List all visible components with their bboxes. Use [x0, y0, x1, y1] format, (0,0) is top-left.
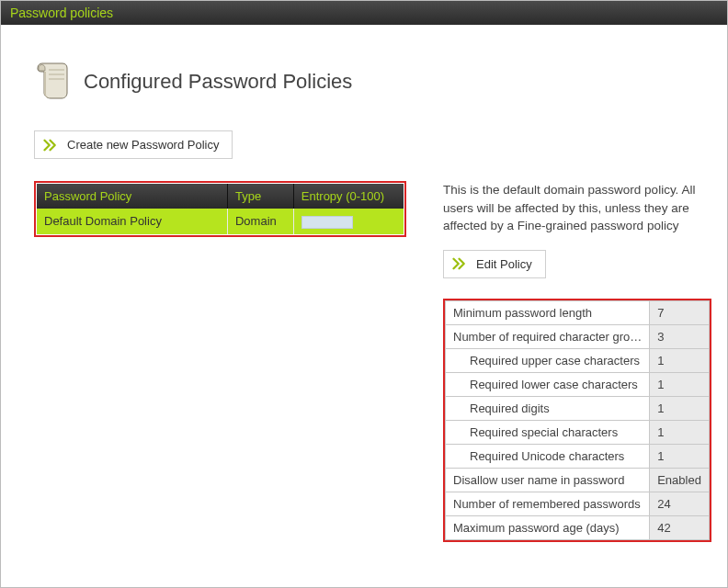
- policy-list-column: Password Policy Type Entropy (0-100) Def…: [34, 181, 406, 237]
- details-value: 1: [650, 444, 710, 468]
- details-row: Maximum password age (days)42: [446, 515, 710, 539]
- details-row: Disallow user name in passwordEnabled: [446, 468, 710, 492]
- details-label: Required Unicode characters: [446, 444, 650, 468]
- details-label: Minimum password length: [446, 300, 650, 324]
- columns: Password Policy Type Entropy (0-100) Def…: [34, 181, 694, 542]
- create-policy-label: Create new Password Policy: [67, 138, 219, 152]
- details-label: Disallow user name in password: [446, 468, 650, 492]
- scroll-icon: [34, 60, 71, 103]
- policy-table-header-row: Password Policy Type Entropy (0-100): [37, 184, 404, 209]
- app-window: Password policies Configured Password Po…: [0, 0, 728, 588]
- create-policy-button[interactable]: Create new Password Policy: [34, 130, 233, 159]
- col-header-type[interactable]: Type: [227, 184, 293, 209]
- policy-type-cell: Domain: [227, 209, 293, 234]
- policy-details-highlight: Minimum password length7Number of requir…: [443, 299, 711, 542]
- entropy-bar: [301, 216, 353, 229]
- content-area: Configured Password Policies Create new …: [1, 25, 727, 551]
- policy-name-cell: Default Domain Policy: [37, 209, 227, 234]
- details-value: 1: [650, 372, 710, 396]
- details-label: Required special characters: [446, 420, 650, 444]
- details-row: Number of required character gro…3: [446, 324, 710, 348]
- details-label: Number of required character gro…: [446, 324, 650, 348]
- page-title: Configured Password Policies: [84, 70, 352, 94]
- window-title: Password policies: [10, 6, 113, 20]
- chevron-right-double-icon: [452, 257, 469, 270]
- details-value: 24: [650, 492, 710, 515]
- details-label: Number of remembered passwords: [446, 492, 650, 515]
- details-column: This is the default domain password poli…: [443, 181, 711, 542]
- details-value: 1: [650, 348, 710, 372]
- window-titlebar: Password policies: [1, 1, 727, 25]
- details-row: Required lower case characters1: [446, 372, 710, 396]
- details-value: 1: [650, 420, 710, 444]
- details-value: 3: [650, 324, 710, 348]
- details-value: 42: [650, 515, 710, 539]
- policy-row-default[interactable]: Default Domain Policy Domain: [37, 209, 404, 234]
- col-header-entropy[interactable]: Entropy (0-100): [293, 184, 404, 209]
- details-label: Required digits: [446, 396, 650, 420]
- page-header: Configured Password Policies: [34, 60, 694, 103]
- policy-table: Password Policy Type Entropy (0-100) Def…: [37, 184, 404, 234]
- policy-details-table: Minimum password length7Number of requir…: [445, 300, 710, 540]
- chevron-right-double-icon: [43, 139, 60, 152]
- details-label: Maximum password age (days): [446, 515, 650, 539]
- details-label: Required upper case characters: [446, 348, 650, 372]
- policy-entropy-cell: [293, 209, 404, 234]
- details-row: Required digits1: [446, 396, 710, 420]
- details-row: Minimum password length7: [446, 300, 710, 324]
- details-value: 1: [650, 396, 710, 420]
- edit-policy-label: Edit Policy: [476, 257, 532, 271]
- details-row: Required upper case characters1: [446, 348, 710, 372]
- details-row: Number of remembered passwords24: [446, 492, 710, 515]
- policy-table-highlight: Password Policy Type Entropy (0-100) Def…: [34, 181, 406, 237]
- details-value: Enabled: [650, 468, 710, 492]
- details-row: Required special characters1: [446, 420, 710, 444]
- details-row: Required Unicode characters1: [446, 444, 710, 468]
- col-header-policy[interactable]: Password Policy: [37, 184, 227, 209]
- details-value: 7: [650, 300, 710, 324]
- edit-policy-button[interactable]: Edit Policy: [443, 250, 546, 278]
- policy-description: This is the default domain password poli…: [443, 181, 711, 235]
- details-label: Required lower case characters: [446, 372, 650, 396]
